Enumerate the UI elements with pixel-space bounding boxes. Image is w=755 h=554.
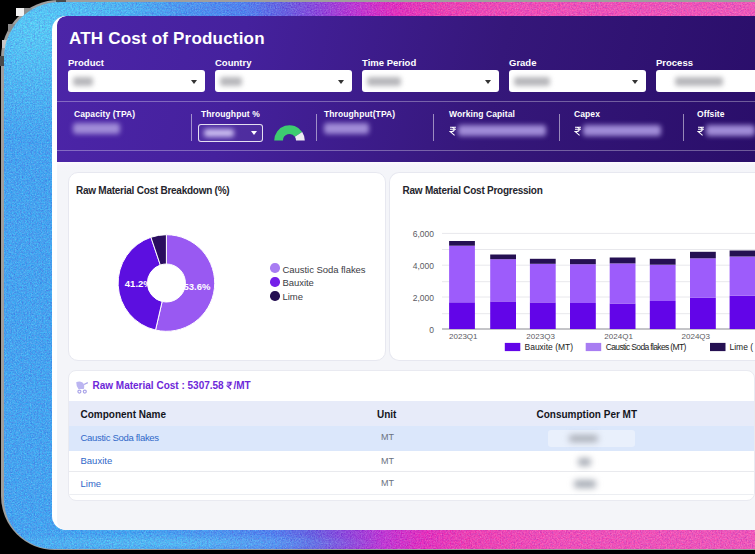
svg-text:6,000: 6,000: [413, 229, 435, 239]
svg-text:2,000: 2,000: [413, 293, 435, 303]
svg-text:2024Q3: 2024Q3: [681, 332, 710, 341]
svg-text:0: 0: [429, 325, 434, 335]
svg-text:Bauxite (MT): Bauxite (MT): [524, 342, 573, 352]
svg-text:41.2%: 41.2%: [125, 278, 152, 289]
svg-text:Lime (: Lime (: [729, 342, 753, 352]
svg-text:53.6%: 53.6%: [184, 281, 211, 292]
svg-text:2024Q1: 2024Q1: [604, 332, 633, 341]
svg-text:4,000: 4,000: [413, 261, 435, 271]
svg-text:2023Q1: 2023Q1: [449, 332, 478, 341]
svg-text:Caustic Soda flakes (MT): Caustic Soda flakes (MT): [606, 342, 687, 352]
svg-text:2023Q3: 2023Q3: [526, 332, 555, 341]
